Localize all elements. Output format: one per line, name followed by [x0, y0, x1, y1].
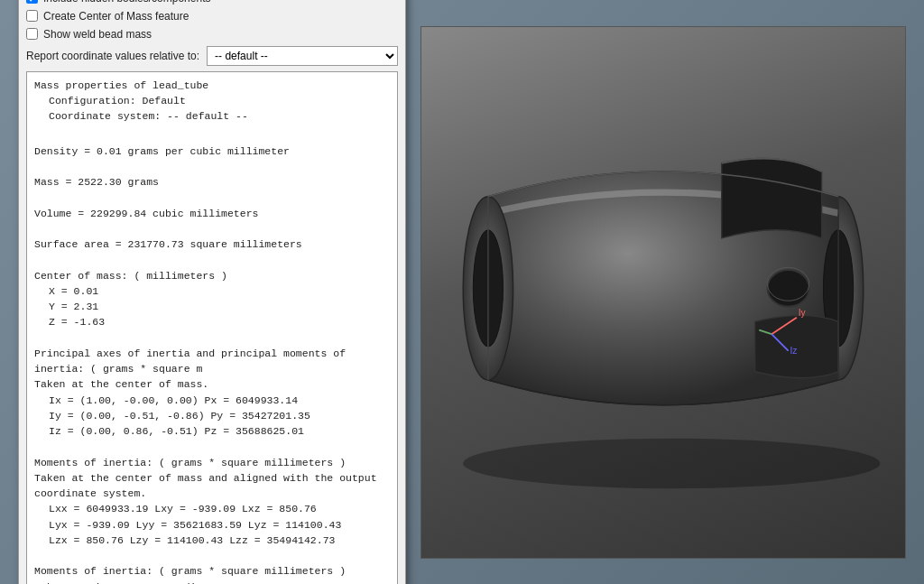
- results-header: Mass properties of lead_tube Configurati…: [34, 78, 390, 125]
- com-z: Z = -1.63: [34, 314, 390, 329]
- show-weld-checkbox[interactable]: [26, 28, 38, 40]
- principal-sub: Taken at the center of mass.: [34, 376, 390, 392]
- density-line: Density = 0.01 grams per cubic millimete…: [34, 144, 390, 159]
- lxx-line: Lxx = 6049933.19 Lxy = -939.09 Lxz = 850…: [34, 501, 390, 516]
- 3d-viewport: Iy Iz: [420, 26, 906, 559]
- mass-properties-dialog: ⚖ Mass Properties − □ ✕ 🏷 lead_tube.SLDP…: [18, 0, 406, 584]
- include-hidden-label: Include hidden bodies/components: [43, 0, 210, 5]
- com-x: X = 0.01: [34, 283, 390, 299]
- moi1-sub: Taken at the center of mass and aligned …: [34, 470, 390, 502]
- moi1-header: Moments of inertia: ( grams * square mil…: [34, 455, 390, 470]
- principal-header: Principal axes of inertia and principal …: [34, 346, 390, 377]
- volume-line: Volume = 229299.84 cubic millimeters: [34, 206, 390, 221]
- iz-line: Iz = (0.00, 0.86, -0.51) Pz = 35688625.0…: [34, 423, 390, 439]
- lzx-line: Lzx = 850.76 Lzy = 114100.43 Lzz = 35494…: [34, 533, 390, 548]
- dialog-body: 🏷 lead_tube.SLDPRT Options... Override M…: [19, 0, 405, 584]
- include-hidden-row: Include hidden bodies/components: [26, 0, 398, 5]
- results-title: Mass properties of lead_tube: [34, 79, 208, 91]
- coordinate-label: Report coordinate values relative to:: [26, 50, 199, 62]
- svg-text:Iz: Iz: [790, 346, 797, 356]
- moi2-header: Moments of inertia: ( grams * square mil…: [34, 563, 390, 579]
- svg-text:Iy: Iy: [799, 307, 807, 317]
- com-y: Y = 2.31: [34, 299, 390, 314]
- create-center-checkbox[interactable]: [26, 10, 38, 22]
- iy-line: Iy = (0.00, -0.51, -0.86) Py = 35427201.…: [34, 408, 390, 423]
- results-area: Mass properties of lead_tube Configurati…: [26, 71, 398, 585]
- create-center-row: Create Center of Mass feature: [26, 10, 398, 23]
- coordinate-select[interactable]: -- default --: [207, 46, 398, 66]
- com-header: Center of mass: ( millimeters ): [34, 268, 390, 283]
- create-center-label: Create Center of Mass feature: [43, 10, 189, 23]
- surface-area-line: Surface area = 231770.73 square millimet…: [34, 236, 390, 252]
- desktop: ⚖ Mass Properties − □ ✕ 🏷 lead_tube.SLDP…: [0, 0, 924, 584]
- coord-line: Coordinate system: -- default --: [34, 110, 248, 122]
- show-weld-label: Show weld bead mass: [43, 28, 152, 41]
- show-weld-row: Show weld bead mass: [26, 28, 398, 41]
- mass-line: Mass = 2522.30 grams: [34, 174, 390, 190]
- tube-rendering: Iy Iz: [421, 27, 905, 558]
- ix-line: Ix = (1.00, -0.00, 0.00) Px = 6049933.14: [34, 393, 390, 408]
- svg-point-0: [463, 438, 880, 487]
- include-hidden-checkbox[interactable]: [26, 0, 38, 4]
- lyx-line: Lyx = -939.09 Lyy = 35621683.59 Lyz = 11…: [34, 517, 390, 533]
- config-line: Configuration: Default: [34, 95, 186, 107]
- moi2-sub: Taken at the output coordinate system.: [34, 579, 390, 585]
- coordinate-dropdown-row: Report coordinate values relative to: --…: [26, 46, 398, 66]
